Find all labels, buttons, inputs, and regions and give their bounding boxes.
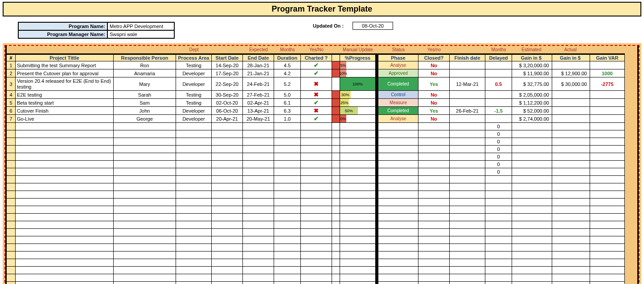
table-row-empty[interactable]: 0: [7, 123, 637, 130]
hdr-area: Process Area: [176, 53, 212, 61]
meta-left-table: Program Name: Metro APP Development Prog…: [18, 22, 175, 39]
table-row-empty[interactable]: 0: [7, 153, 637, 161]
sub-months1: Months: [274, 46, 301, 53]
hdr-num: #: [7, 53, 16, 61]
cross-icon: ✖: [314, 107, 319, 114]
tracker-table: Dept Expected Months Yes/No Manual Updat…: [5, 46, 639, 284]
hdr-person: Responsible Person: [114, 53, 176, 61]
manager-name-label: Program Manager Name:: [18, 30, 107, 38]
sub-status: Status: [378, 46, 418, 53]
table-row-empty[interactable]: [7, 199, 637, 206]
check-icon: ✔: [314, 115, 319, 122]
table-row[interactable]: 5Beta testing startSamTesting02-Oct-2002…: [7, 99, 637, 107]
check-icon: ✔: [314, 62, 319, 69]
sub-yesno1: Yes/No: [301, 46, 332, 53]
table-row-empty[interactable]: [7, 183, 637, 191]
table-row[interactable]: 7Go-LiveGeorgeDeveloper20-Apr-2120-May-2…: [7, 115, 637, 123]
table-row-empty[interactable]: [7, 267, 637, 274]
sub-months2: Months: [485, 46, 512, 53]
cross-icon: ✖: [314, 81, 319, 87]
hdr-start: Start Date: [212, 53, 243, 61]
hdr-delayed: Delayed: [485, 53, 512, 61]
check-icon: ✔: [314, 70, 319, 77]
table-row-empty[interactable]: 0: [7, 130, 637, 138]
hdr-gain2: Gain in $: [552, 53, 590, 61]
table-row-empty[interactable]: [7, 214, 637, 221]
hdr-charted: Charted ?: [301, 53, 332, 61]
cross-icon: ✖: [314, 91, 319, 98]
page-title: Program Tracker Template: [3, 2, 641, 16]
table-row-empty[interactable]: [7, 229, 637, 236]
table-row-empty[interactable]: [7, 176, 637, 183]
program-name-label: Program Name:: [18, 22, 107, 30]
updated-on-value[interactable]: 08-Oct-20: [353, 22, 393, 30]
table-row-empty[interactable]: [7, 244, 637, 252]
table-row-empty[interactable]: 0: [7, 161, 637, 168]
hdr-duration: Duration: [274, 53, 301, 61]
hdr-closed: Closed?: [418, 53, 450, 61]
sub-expected: Expected: [243, 46, 274, 53]
check-icon: ✔: [314, 99, 319, 106]
table-row-empty[interactable]: [7, 236, 637, 244]
table-row[interactable]: 1Submitting the test Summary ReportRonTe…: [7, 61, 637, 69]
hdr-phase: Phase: [378, 53, 418, 61]
sub-yesno2: Yes/no: [418, 46, 450, 53]
sub-dept: Dept: [176, 46, 212, 53]
sub-manual: Manual Update: [340, 46, 376, 53]
manager-name-value[interactable]: Swapni wale: [107, 30, 174, 38]
table-row-empty[interactable]: [7, 259, 637, 267]
table-row-empty[interactable]: [7, 274, 637, 282]
hdr-title: Project Tittle: [16, 53, 114, 61]
table-row-empty[interactable]: [7, 221, 637, 229]
sub-actual: Actual: [552, 46, 590, 53]
hdr-progress: %Progress: [340, 53, 376, 61]
table-row[interactable]: 3Version 20.4 released for E2E (End to E…: [7, 77, 637, 91]
program-name-value[interactable]: Metro APP Development: [107, 22, 174, 30]
table-row[interactable]: 6Cutover FinishJohnDeveloper06-Oct-2013-…: [7, 107, 637, 115]
table-row-empty[interactable]: [7, 282, 637, 284]
table-row-empty[interactable]: 0: [7, 146, 637, 153]
table-row-empty[interactable]: [7, 206, 637, 214]
updated-on-label: Updated On :: [313, 23, 344, 28]
table-row-empty[interactable]: [7, 252, 637, 259]
table-row-empty[interactable]: [7, 191, 637, 199]
sub-estimated: Estimated: [512, 46, 552, 53]
hdr-gain1: Gain in $: [512, 53, 552, 61]
hdr-var: Gain VAR: [590, 53, 625, 61]
hdr-end: End Date: [243, 53, 274, 61]
table-row[interactable]: 2Present the Cutover plan for approvalAn…: [7, 69, 637, 77]
table-row-empty[interactable]: 0: [7, 168, 637, 176]
table-row-empty[interactable]: 0: [7, 138, 637, 146]
hdr-finish: Finish date: [450, 53, 485, 61]
table-row[interactable]: 4E2E testingSarahTesting30-Sep-2027-Feb-…: [7, 91, 637, 99]
